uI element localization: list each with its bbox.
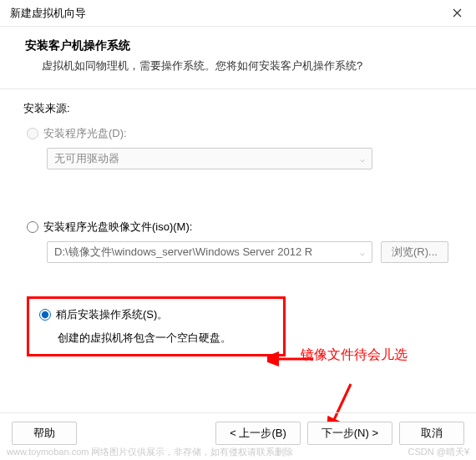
chevron-down-icon: ⌵ — [360, 248, 365, 257]
install-later-hint: 创建的虚拟机将包含一个空白硬盘。 — [58, 331, 273, 346]
cancel-button[interactable]: 取消 — [399, 422, 464, 445]
radio-installer-disc-label: 安装程序光盘(D): — [43, 126, 127, 141]
next-button[interactable]: 下一步(N) > — [307, 422, 392, 445]
radio-iso-file[interactable]: 安装程序光盘映像文件(iso)(M): — [27, 220, 459, 235]
radio-install-later-label: 稍后安装操作系统(S)。 — [56, 307, 168, 322]
page-subtitle: 虚拟机如同物理机，需要操作系统。您将如何安装客户机操作系统? — [42, 58, 459, 73]
iso-path-field[interactable]: D:\镜像文件\windows_server\Windows Server 20… — [47, 241, 372, 263]
radio-iso-file-label: 安装程序光盘映像文件(iso)(M): — [43, 220, 192, 235]
chevron-down-icon: ⌵ — [360, 154, 365, 164]
iso-path-value: D:\镜像文件\windows_server\Windows Server 20… — [54, 245, 312, 260]
browse-button[interactable]: 浏览(R)... — [381, 241, 448, 263]
radio-install-later[interactable]: 稍后安装操作系统(S)。 — [39, 307, 273, 322]
help-button[interactable]: 帮助 — [12, 422, 77, 445]
window-title: 新建虚拟机向导 — [10, 6, 86, 21]
page-title: 安装客户机操作系统 — [25, 38, 459, 53]
install-source-label: 安装来源: — [23, 101, 459, 116]
radio-installer-disc[interactable]: 安装程序光盘(D): — [27, 126, 459, 141]
drive-select[interactable]: 无可用驱动器 ⌵ — [47, 148, 372, 169]
radio-installer-disc-input[interactable] — [27, 128, 38, 139]
watermark-left: www.toymoban.com 网络图片仅供展示，非存储，如有侵权请联系删除 — [7, 446, 293, 458]
drive-select-value: 无可用驱动器 — [54, 151, 119, 166]
back-button[interactable]: < 上一步(B) — [215, 422, 301, 445]
watermark-right: CSDN @晴天¥ — [408, 446, 469, 458]
radio-install-later-input[interactable] — [39, 309, 51, 321]
close-icon — [453, 8, 462, 18]
close-button[interactable] — [438, 0, 476, 27]
radio-iso-file-input[interactable] — [27, 221, 38, 233]
annotation-text: 镜像文件待会儿选 — [301, 346, 408, 364]
annotation-highlight-box: 稍后安装操作系统(S)。 创建的虚拟机将包含一个空白硬盘。 — [27, 296, 286, 356]
